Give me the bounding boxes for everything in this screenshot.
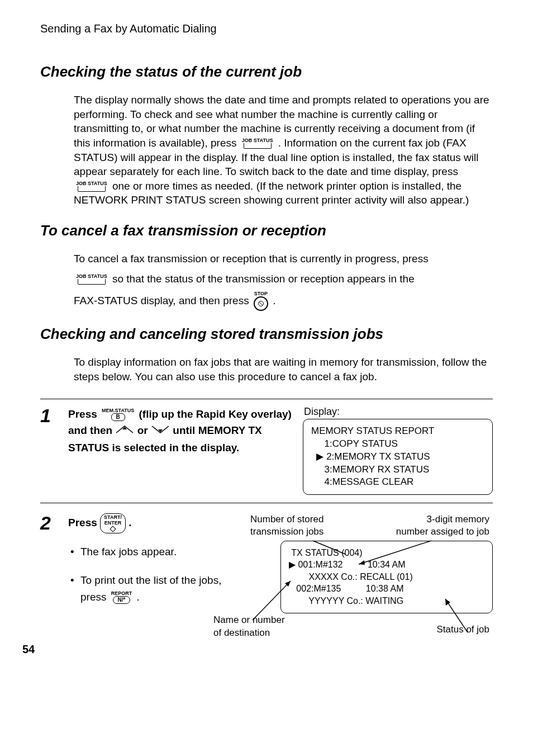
step-2: 2 Press START/ ENTER . • The fax jobs ap… (40, 503, 493, 635)
start-enter-key-icon: START/ ENTER (100, 513, 126, 533)
section2-title: To cancel a fax transmission or receptio… (40, 222, 493, 239)
mem-status-top: MEM.STATUS (102, 408, 134, 413)
sec2-p3-post: . (273, 295, 275, 306)
step2-bullet2: • To print out the list of the jobs, pre… (70, 572, 247, 606)
report-btn: N/* (113, 596, 131, 604)
step2-instruction: Press START/ ENTER . (68, 513, 247, 533)
section3-title: Checking and canceling stored transmissi… (40, 325, 493, 343)
section2-paragraph: To cancel a fax transmission or receptio… (74, 252, 493, 311)
job-status-label: JOB STATUS (242, 138, 273, 143)
annot-stored-jobs: Number of stored transmission jobs (250, 513, 323, 538)
mem-status-key-icon: MEM.STATUS B (102, 408, 134, 421)
step1-display-panel: MEMORY STATUS REPORT 1:COPY STATUS ▶ 2:M… (303, 419, 493, 495)
bullet-dot-icon: • (70, 572, 80, 589)
annot-stored-b: transmission jobs (250, 526, 323, 538)
step2-instr-pre: Press (68, 517, 100, 528)
sec1-p1c-pre: date and time display, press (327, 166, 458, 177)
job-status-key-icon: JOB STATUS (76, 181, 107, 192)
job-status-label: JOB STATUS (76, 274, 107, 279)
sec2-p3-pre: FAX-STATUS display, and then press (74, 295, 252, 306)
sec2-p1: To cancel a fax transmission or receptio… (74, 252, 493, 266)
report-top: REPORT (111, 591, 132, 596)
section3-paragraph: To display information on fax jobs that … (74, 355, 493, 384)
step-1: 1 Press MEM.STATUS B (flip up the Rapid … (40, 399, 493, 495)
step2-b1-text: The fax jobs appear. (80, 544, 177, 560)
stop-key-icon: STOP (254, 291, 268, 311)
step2-b2-pre: To print out the list of the jobs, press (80, 574, 221, 603)
running-header: Sending a Fax by Automatic Dialing (40, 22, 493, 35)
annot-memnum: 3-digit memory number assiged to job (396, 513, 489, 538)
job-status-label: JOB STATUS (76, 181, 107, 186)
annot-memnum-b: number assiged to job (396, 526, 489, 538)
report-key-icon: REPORT N/* (111, 591, 132, 604)
mem-status-btn: B (111, 413, 125, 421)
step2-instr-end: . (129, 517, 131, 528)
annot-stored-a: Number of stored (250, 513, 323, 526)
step2-display-panel: TX STATUS (004) ▶ 001:M#132 10:34 AM XXX… (280, 541, 493, 613)
job-status-key-icon: JOB STATUS (242, 138, 273, 149)
bullet-dot-icon: • (70, 544, 80, 560)
step2-number: 2 (40, 513, 68, 532)
section1-paragraph: The display normally shows the date and … (74, 93, 493, 207)
annot-dest-b: of destination (213, 627, 285, 639)
svg-line-1 (259, 302, 263, 305)
annot-destination: Name or number of destination (213, 614, 285, 639)
step1-a: Press (68, 408, 100, 420)
step1-number: 1 (40, 406, 68, 425)
sec1-p1c-post: one or more times as needed. (If the net… (74, 180, 469, 206)
step1-c: or (137, 424, 151, 436)
section1-title: Checking the status of the current job (40, 63, 493, 81)
step1-instruction: Press MEM.STATUS B (flip up the Rapid Ke… (68, 406, 294, 456)
sec2-p2-post: so that the status of the transmission o… (112, 273, 415, 285)
page-number: 54 (22, 643, 35, 656)
display-label: Display: (304, 406, 493, 418)
annot-memnum-a: 3-digit memory (396, 513, 489, 526)
up-arrow-key-icon (115, 423, 134, 439)
down-arrow-key-icon (151, 423, 170, 439)
job-status-key-icon: JOB STATUS (76, 274, 107, 285)
stop-label: STOP (254, 291, 268, 296)
annot-dest-a: Name or number (213, 614, 285, 626)
step2-b2-post: . (137, 591, 140, 603)
step2-bullet1: • The fax jobs appear. (70, 544, 247, 560)
